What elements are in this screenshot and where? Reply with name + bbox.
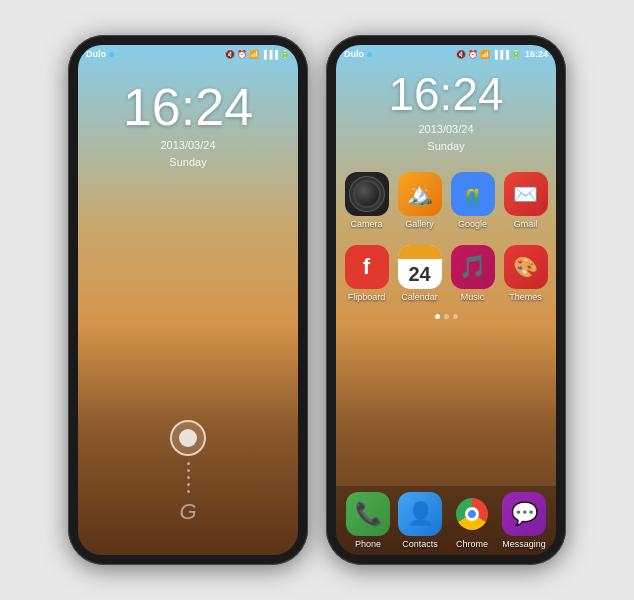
dock-chrome[interactable]: Chrome — [448, 492, 496, 549]
app-music[interactable]: 🎵 Music — [450, 245, 495, 302]
phone-icon: 📞 — [355, 501, 382, 527]
homescreen-content: Dulo 🔇 ⏰ 📶 ▐▐▐ 🔋 16:24 16:24 2013/03/24 — [336, 45, 556, 555]
app-google[interactable]: g Google — [450, 172, 495, 229]
lock-dot-3 — [187, 476, 190, 479]
home-time: 16:24 — [388, 71, 503, 117]
home-status-bar: Dulo 🔇 ⏰ 📶 ▐▐▐ 🔋 16:24 — [336, 45, 556, 61]
alarm-icon: ⏰ — [237, 50, 247, 59]
dock-phone-icon: 📞 — [346, 492, 390, 536]
page-dots — [336, 314, 556, 319]
chrome-circle-icon — [456, 498, 488, 530]
lockscreen-phone: Dulo 🔇 ⏰ 📶 ▐▐▐ 🔋 16:24 2013/03/24 Sunday — [68, 35, 308, 565]
home-status-right: 🔇 ⏰ 📶 ▐▐▐ 🔋 16:24 — [456, 49, 548, 59]
music-icon: 🎵 — [451, 245, 495, 289]
page-dot-3 — [453, 314, 458, 319]
app-calendar[interactable]: 24 Calendar — [397, 245, 442, 302]
app-grid-row1: Camera 🏔️ Gallery g Google — [336, 164, 556, 237]
themes-arrow-icon: 🎨 — [513, 255, 538, 279]
music-note-icon: 🎵 — [459, 254, 486, 280]
dock-contacts-icon: 👤 — [398, 492, 442, 536]
home-date: 2013/03/24 Sunday — [418, 121, 473, 154]
battery-icon: 🔋 — [280, 50, 290, 59]
unlock-circle[interactable] — [170, 420, 206, 456]
homescreen-screen: Dulo 🔇 ⏰ 📶 ▐▐▐ 🔋 16:24 16:24 2013/03/24 — [336, 45, 556, 555]
status-bar: Dulo 🔇 ⏰ 📶 ▐▐▐ 🔋 — [78, 45, 298, 61]
gmail-envelope-icon: ✉️ — [513, 182, 538, 206]
wifi-icon: 📶 — [249, 50, 259, 59]
lock-dot-5 — [187, 490, 190, 493]
homescreen-phone: Dulo 🔇 ⏰ 📶 ▐▐▐ 🔋 16:24 16:24 2013/03/24 — [326, 35, 566, 565]
home-clock-area: 16:24 2013/03/24 Sunday — [336, 71, 556, 154]
dock-contacts-label: Contacts — [402, 539, 438, 549]
page-dot-1 — [435, 314, 440, 319]
status-right: 🔇 ⏰ 📶 ▐▐▐ 🔋 — [225, 50, 290, 59]
lock-time-area: 16:24 2013/03/24 Sunday — [78, 81, 298, 170]
messaging-bubble-icon: 💬 — [511, 501, 538, 527]
lock-time: 16:24 — [123, 81, 253, 133]
calendar-icon: 24 — [398, 245, 442, 289]
flipboard-f: f — [363, 254, 370, 280]
clock-display: 16:24 — [525, 49, 548, 59]
lockscreen-content: Dulo 🔇 ⏰ 📶 ▐▐▐ 🔋 16:24 2013/03/24 Sunday — [78, 45, 298, 555]
home-mute-icon: 🔇 — [456, 50, 466, 59]
home-notification-dot — [367, 52, 372, 57]
contacts-person-icon: 👤 — [407, 501, 434, 527]
gmail-label: Gmail — [514, 219, 538, 229]
lock-dot-4 — [187, 483, 190, 486]
dock-contacts[interactable]: 👤 Contacts — [396, 492, 444, 549]
unlock-circle-inner — [179, 429, 197, 447]
notification-dot — [109, 52, 114, 57]
home-app-name: Dulo — [344, 49, 364, 59]
home-wifi-icon: 📶 — [480, 50, 490, 59]
lock-dot-2 — [187, 469, 190, 472]
camera-label: Camera — [350, 219, 382, 229]
gallery-icon: 🏔️ — [398, 172, 442, 216]
google-label: Google — [458, 219, 487, 229]
app-gallery[interactable]: 🏔️ Gallery — [397, 172, 442, 229]
dock-phone-label: Phone — [355, 539, 381, 549]
status-left: Dulo — [86, 49, 114, 59]
page-dot-2 — [444, 314, 449, 319]
dock-chrome-icon — [450, 492, 494, 536]
google-icon: g — [451, 172, 495, 216]
lock-dot-1 — [187, 462, 190, 465]
app-gmail[interactable]: ✉️ Gmail — [503, 172, 548, 229]
home-battery-icon: 🔋 — [511, 50, 521, 59]
lock-letter-g: G — [179, 499, 196, 525]
mute-icon: 🔇 — [225, 50, 235, 59]
app-name: Dulo — [86, 49, 106, 59]
app-themes[interactable]: 🎨 Themes — [503, 245, 548, 302]
lock-date: 2013/03/24 Sunday — [160, 137, 215, 170]
lockscreen-screen: Dulo 🔇 ⏰ 📶 ▐▐▐ 🔋 16:24 2013/03/24 Sunday — [78, 45, 298, 555]
home-alarm-icon: ⏰ — [468, 50, 478, 59]
google-g-letter: g — [465, 180, 480, 208]
gmail-icon: ✉️ — [504, 172, 548, 216]
themes-label: Themes — [509, 292, 542, 302]
music-label: Music — [461, 292, 485, 302]
dock-messaging-icon: 💬 — [502, 492, 546, 536]
chrome-inner-circle — [465, 507, 479, 521]
app-flipboard[interactable]: f Flipboard — [344, 245, 389, 302]
dock-messaging-label: Messaging — [502, 539, 546, 549]
themes-icon: 🎨 — [504, 245, 548, 289]
bottom-dock: 📞 Phone 👤 Contacts — [336, 485, 556, 555]
camera-icon — [345, 172, 389, 216]
dock-chrome-label: Chrome — [456, 539, 488, 549]
flipboard-label: Flipboard — [348, 292, 386, 302]
lock-dots — [187, 462, 190, 493]
camera-lens — [353, 180, 381, 208]
calendar-display: 24 — [398, 245, 442, 289]
home-status-left: Dulo — [344, 49, 372, 59]
signal-icon: ▐▐▐ — [261, 50, 278, 59]
home-signal-icon: ▐▐▐ — [492, 50, 509, 59]
lock-slider-area[interactable]: G — [78, 170, 298, 555]
dock-phone[interactable]: 📞 Phone — [344, 492, 392, 549]
app-camera[interactable]: Camera — [344, 172, 389, 229]
gallery-label: Gallery — [405, 219, 434, 229]
app-grid-row2: f Flipboard 24 Calendar — [336, 237, 556, 310]
dock-messaging[interactable]: 💬 Messaging — [500, 492, 548, 549]
flipboard-icon: f — [345, 245, 389, 289]
calendar-label: Calendar — [401, 292, 438, 302]
calendar-number: 24 — [408, 259, 430, 289]
calendar-header — [398, 245, 442, 259]
